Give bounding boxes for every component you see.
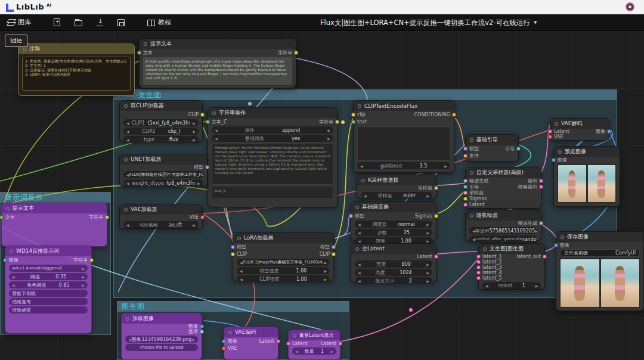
- model-strength-widget[interactable]: ◀模型强度1.00▶: [237, 267, 330, 274]
- clip2-widget[interactable]: ◀CLIP2clip_l▶: [123, 128, 199, 135]
- node-note[interactable]: 注释 1- 图生图: 需要设置[文生图|图生图](见内)开关，文生图默认0； 0…: [18, 44, 135, 96]
- port-latent-in[interactable]: Latent: [553, 129, 569, 134]
- port-model-out[interactable]: 模型: [320, 244, 330, 250]
- node-title-bar[interactable]: 加载图像: [122, 314, 202, 324]
- node-random-noise[interactable]: 随机噪波 噪波生成 ◀噪波种575865143109205▶ ◀control_…: [465, 210, 541, 241]
- node-load-image[interactable]: 加载图像 图像 遮罩 ◀图像1234599164239.png▶ choose …: [121, 313, 202, 360]
- port-mask-out[interactable]: 遮罩: [188, 328, 199, 335]
- collapse-dot-icon[interactable]: [470, 138, 473, 142]
- port-denoised-out[interactable]: 降噪输出: [518, 184, 538, 190]
- port-text-c-in[interactable]: 文本_C: [211, 119, 227, 125]
- port-clip-out[interactable]: CLIP: [320, 252, 330, 257]
- node-show-text[interactable]: 提示文本 文本 字符串 A high quality mainstage pho…: [139, 38, 296, 88]
- clip1-widget[interactable]: ◀CLIP1t5xxl_fp8_e4m3fn▶: [123, 119, 199, 126]
- port-image-in[interactable]: 图像: [557, 157, 567, 163]
- port-string-out[interactable]: 字符串: [89, 214, 104, 221]
- tidy-widget[interactable]: ◀整理词条yes▶: [212, 135, 333, 142]
- node-wd14-tagger[interactable]: WD14反推提示词 图像 字符串 wd-v1.4-moat-tagger-v2▶…: [5, 246, 92, 334]
- node-title-bar[interactable]: 文生图|图生图: [479, 244, 544, 254]
- port-sampler-in[interactable]: 采样器: [469, 190, 484, 196]
- collapse-dot-icon[interactable]: [358, 104, 361, 108]
- port-latent2-in[interactable]: latent_2: [482, 259, 501, 265]
- import-button[interactable]: [89, 14, 110, 30]
- node-basic-scheduler[interactable]: 基础调度器 模型 Sigmas ◀调度器normal▶ ◀步数25▶ ◀降噪1.…: [351, 201, 436, 241]
- port-latent1-in[interactable]: latent_1: [482, 254, 501, 259]
- port-model-in[interactable]: 模型: [236, 244, 246, 250]
- collapse-dot-icon[interactable]: [558, 150, 562, 154]
- unet-name-widget[interactable]: ◀FLUX|哪都能在线运行-黑森林工作室_FLUX.1-dev-fp8▶: [123, 171, 203, 178]
- port-text-in[interactable]: 文本: [5, 214, 15, 221]
- node-clip-text-encode-flux[interactable]: CLIPTextEncodeFlux clip CONDITIONING tex…: [353, 100, 454, 173]
- type-widget[interactable]: ◀typeflux▶: [123, 136, 199, 143]
- node-title-bar[interactable]: 重复Latent批次: [289, 330, 340, 340]
- open-workflow-button[interactable]: [67, 14, 89, 30]
- weight-dtype-widget[interactable]: ◀weight_dtypefp8_e4m3fn▶: [123, 179, 203, 187]
- port-latent-out[interactable]: Latent: [321, 341, 337, 346]
- string-text-area[interactable]: Photographer: Martin Wambles|Model featu…: [212, 143, 333, 185]
- port-vae-out[interactable]: VAE: [190, 215, 200, 220]
- node-ksampler-select[interactable]: K采样器选择 采样器 ◀采样器euler▶: [357, 175, 436, 198]
- encode-text-area[interactable]: [357, 126, 450, 161]
- node-custom-sampler-advanced[interactable]: 自定义采样器(高级) 噪波生成 输出 引导 降噪输出 采样器 Sigmas La…: [465, 167, 541, 209]
- image-file-widget[interactable]: ◀图像1234599164239.png▶: [125, 336, 198, 343]
- collapse-dot-icon[interactable]: [23, 48, 26, 51]
- port-latent3-in[interactable]: latent_3: [482, 265, 501, 270]
- port-text-in[interactable]: 文本: [143, 49, 153, 56]
- node-reverse-prompt-text[interactable]: 提示文本 文本 字符串: [1, 203, 107, 247]
- workflow-title-dropdown[interactable]: Flux文|图生图+LORA+CN+提示反推一键切换工作流v2-可在线运行 ▼: [320, 14, 537, 31]
- port-model-in[interactable]: 模型: [469, 145, 479, 152]
- height-widget[interactable]: ◀高度1024▶: [355, 269, 432, 276]
- node-repeat-latent-batch[interactable]: 重复Latent批次 Latent Latent ◀数量1▶: [288, 330, 340, 360]
- collapse-dot-icon[interactable]: [237, 237, 241, 240]
- show-text-content[interactable]: A high quality mainstage photograph of a…: [143, 57, 292, 85]
- collapse-dot-icon[interactable]: [228, 331, 232, 334]
- node-title-bar[interactable]: VAE编码: [224, 327, 278, 337]
- node-title-bar[interactable]: 随机噪波: [466, 210, 541, 221]
- collapse-dot-icon[interactable]: [555, 122, 558, 126]
- steps-widget[interactable]: ◀步数25▶: [355, 229, 432, 236]
- collapse-dot-icon[interactable]: [561, 235, 564, 239]
- new-workflow-button[interactable]: [47, 14, 67, 30]
- collapse-dot-icon[interactable]: [124, 104, 128, 108]
- node-lora-loader[interactable]: LoRA加载器 模型 模型 CLIP CLIP ◀FLUX.1|majicflu…: [233, 232, 334, 281]
- scheduler-widget[interactable]: ◀调度器normal▶: [355, 221, 432, 228]
- node-title-bar[interactable]: 字符串操作: [208, 108, 337, 118]
- node-unet-loader[interactable]: UNET加载器 模型 ◀FLUX|哪都能在线运行-黑森林工作室_FLUX.1-d…: [119, 154, 208, 187]
- node-basic-guider[interactable]: 基础引导 模型 引导 条件: [465, 134, 519, 162]
- string-text-b-area[interactable]: text_b: [212, 186, 333, 199]
- account-avatar-button[interactable]: [626, 2, 634, 11]
- node-graph-canvas[interactable]: Flux-文生图 提示词反推 图生图 Idle 注释 1- 图生图: 需要设置[…: [0, 31, 644, 360]
- port-latent-in[interactable]: Latent: [469, 202, 485, 207]
- guidance-widget[interactable]: ◀guidance3.5▶: [357, 162, 450, 169]
- node-title-bar[interactable]: UNET加载器: [120, 154, 207, 165]
- port-text-in[interactable]: text: [357, 119, 367, 125]
- node-title-bar[interactable]: 基础引导: [466, 135, 518, 145]
- note-body[interactable]: 1- 图生图: 需要设置[文生图|图生图](见内)开关，文生图默认0； 0- 文…: [22, 57, 131, 91]
- exclude-tags-widget[interactable]: 排除标签: [9, 306, 88, 314]
- trailing-comma-widget[interactable]: 结尾逗号: [9, 298, 88, 305]
- node-dualclip-loader[interactable]: 双CLIP加载器 CLIP ◀CLIP1t5xxl_fp8_e4m3fn▶ ◀C…: [119, 100, 203, 142]
- port-latent-in[interactable]: Latent: [292, 341, 308, 346]
- replace-underscore-widget[interactable]: 替换下划线: [9, 290, 88, 297]
- node-preview-image[interactable]: 预览图像 图像: [553, 146, 620, 207]
- collapse-dot-icon[interactable]: [293, 334, 296, 337]
- liblib-logo[interactable]: LıbLıb AI: [6, 2, 51, 12]
- node-title-bar[interactable]: 提示文本: [2, 203, 107, 213]
- node-title-bar[interactable]: WD14反推提示词: [5, 246, 91, 256]
- lora-name-widget[interactable]: ◀FLUX.1|majicflus麦橘东方审美_FLUXGirL▶: [237, 259, 330, 266]
- collapse-dot-icon[interactable]: [470, 214, 473, 218]
- port-latent-out[interactable]: Latent: [417, 254, 433, 259]
- gallery-button[interactable]: 图库: [0, 14, 38, 30]
- port-model-out[interactable]: 模型: [194, 164, 204, 170]
- noise-seed-widget[interactable]: ◀噪波种575865143109205▶: [469, 227, 537, 234]
- collapse-dot-icon[interactable]: [6, 207, 10, 210]
- node-title-bar[interactable]: 基础调度器: [351, 202, 436, 212]
- note-title-bar[interactable]: 注释: [18, 44, 134, 54]
- node-empty-latent[interactable]: 空Latent Latent ◀宽度800▶ ◀高度1024▶ ◀批次大小2▶: [351, 243, 436, 283]
- port-cond-in[interactable]: 条件: [469, 153, 479, 159]
- port-latent5-in[interactable]: latent_5: [482, 275, 501, 281]
- collapse-dot-icon[interactable]: [355, 247, 359, 251]
- choose-file-button[interactable]: choose file to upload: [125, 344, 198, 351]
- node-title-bar[interactable]: 双CLIP加载器: [120, 101, 202, 111]
- node-vae-encode[interactable]: VAE编码 图像 Latent VAE: [224, 327, 278, 360]
